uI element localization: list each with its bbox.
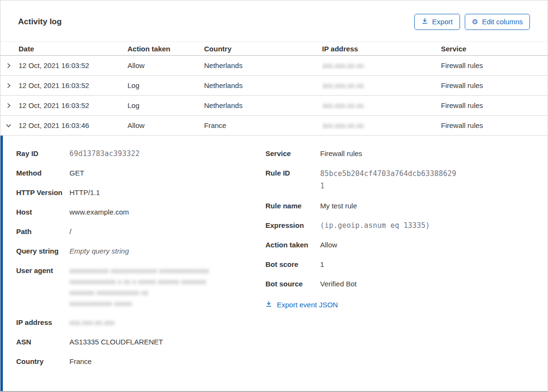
table-row-expanded[interactable]: 12 Oct, 2021 16:03:46 Allow France xxx.x… (0, 116, 548, 136)
field-country: Country France (16, 356, 265, 367)
field-path: Path / (16, 226, 265, 237)
field-label: Method (16, 167, 69, 179)
redacted-line: xxxxxxxxxxxx xxxxx (69, 298, 209, 309)
field-label: ASN (16, 336, 69, 348)
export-event-json-label: Export event JSON (277, 301, 338, 309)
cell-service: Firewall rules (441, 81, 548, 89)
topbar: Activity log Export ⚙ Edit columns (0, 0, 548, 30)
event-detail-left-column: Ray ID 69d13783ac393322 Method GET HTTP … (16, 148, 265, 375)
redacted-line: xxxxxxxxxxx xxxxxxxxxxxxx xxxxxxxxxxxxxx (69, 265, 209, 276)
field-value: (ip.geoip.asnum eq 13335) (320, 220, 430, 231)
download-icon (265, 301, 272, 309)
cell-service: Firewall rules (441, 61, 548, 69)
field-value-redacted: xxxxxxxxxxx xxxxxxxxxxxxx xxxxxxxxxxxxxx… (69, 265, 209, 309)
row-expand-chevron-right-icon[interactable] (0, 62, 19, 69)
field-rule-name: Rule name My test rule (265, 200, 548, 212)
field-label: Query string (16, 245, 69, 257)
field-user-agent: User agent xxxxxxxxxxx xxxxxxxxxxxxx xxx… (16, 265, 265, 309)
cell-country: Netherlands (204, 81, 322, 89)
column-header-country: Country (204, 45, 322, 53)
field-value: Firewall rules (320, 148, 362, 159)
export-event-json-link[interactable]: Export event JSON (265, 301, 338, 309)
cell-date: 12 Oct, 2021 16:03:52 (19, 61, 127, 69)
field-value: Verified Bot (320, 278, 357, 290)
row-collapse-chevron-down-icon[interactable] (0, 122, 19, 129)
field-value: 69d13783ac393322 (69, 148, 140, 159)
table-row[interactable]: 12 Oct, 2021 16:03:52 Log Netherlands xx… (0, 96, 548, 116)
field-label: Expression (265, 220, 320, 231)
field-ip-address: IP address xxx.xxx.xx.xxx (16, 317, 265, 328)
table-row[interactable]: 12 Oct, 2021 16:03:52 Allow Netherlands … (0, 56, 548, 76)
field-value: Empty query string (69, 245, 129, 257)
cell-date: 12 Oct, 2021 16:03:52 (19, 101, 127, 109)
field-label: Country (16, 356, 69, 367)
field-label: HTTP Version (16, 187, 69, 198)
cell-date: 12 Oct, 2021 16:03:46 (19, 121, 127, 129)
column-header-date: Date (19, 45, 127, 53)
download-icon (421, 18, 428, 26)
activity-log-panel: Activity log Export ⚙ Edit columns Date … (0, 0, 548, 392)
export-button-label: Export (432, 18, 452, 26)
column-header-action-taken: Action taken (127, 45, 204, 53)
field-label: User agent (16, 265, 69, 276)
field-label: Service (265, 148, 320, 159)
cell-country: Netherlands (204, 61, 322, 69)
field-label: Rule ID (265, 167, 320, 179)
field-host: Host www.example.com (16, 206, 265, 218)
cell-country: Netherlands (204, 101, 322, 109)
row-expand-chevron-right-icon[interactable] (0, 102, 19, 109)
field-value: AS13335 CLOUDFLARENET (69, 336, 163, 348)
cell-action-taken: Allow (127, 121, 204, 129)
page-title: Activity log (18, 17, 62, 27)
event-detail-panel: Ray ID 69d13783ac393322 Method GET HTTP … (0, 136, 548, 391)
cell-ip-address-redacted: xxx.xxx.xx.xx (322, 121, 364, 129)
export-button[interactable]: Export (414, 14, 460, 30)
field-value: France (69, 356, 92, 367)
field-label: Action taken (265, 239, 320, 251)
field-value: GET (69, 167, 84, 179)
field-expression: Expression (ip.geoip.asnum eq 13335) (265, 220, 548, 231)
field-ray-id: Ray ID 69d13783ac393322 (16, 148, 265, 159)
field-value: 85bce5b204cf4703a764dcb633886291 (320, 167, 458, 192)
cell-country: France (204, 121, 322, 129)
field-label: IP address (16, 317, 69, 328)
cell-service: Firewall rules (441, 101, 548, 109)
table-header-row: Date Action taken Country IP address Ser… (0, 41, 548, 56)
field-query-string: Query string Empty query string (16, 245, 265, 257)
field-value: Allow (320, 239, 337, 251)
redacted-line: xxxxxxxxxxxxx x xx x xxxxx xxxxxx xxxxxx… (69, 276, 209, 287)
cell-service: Firewall rules (441, 121, 548, 129)
column-header-ip-address: IP address (322, 45, 441, 53)
cell-ip-address-redacted: xxx.xxx.xx.xx (322, 61, 364, 69)
field-value: 1 (320, 259, 324, 270)
field-bot-score: Bot score 1 (265, 259, 548, 270)
column-header-service: Service (441, 45, 548, 53)
cell-ip-address-redacted: xxx.xxx.xx.xx (322, 101, 364, 109)
field-rule-id: Rule ID 85bce5b204cf4703a764dcb633886291 (265, 167, 548, 192)
edit-columns-button-label: Edit columns (482, 18, 523, 26)
activity-log-table: Date Action taken Country IP address Ser… (0, 41, 548, 136)
field-asn: ASN AS13335 CLOUDFLARENET (16, 336, 265, 348)
cell-action-taken: Log (127, 101, 204, 109)
table-row[interactable]: 12 Oct, 2021 16:03:52 Log Netherlands xx… (0, 76, 548, 96)
cell-action-taken: Allow (127, 61, 204, 69)
gear-icon: ⚙ (472, 19, 478, 26)
field-label: Path (16, 226, 69, 237)
cell-action-taken: Log (127, 81, 204, 89)
field-bot-source: Bot source Verified Bot (265, 278, 548, 290)
field-action-taken: Action taken Allow (265, 239, 548, 251)
field-value: www.example.com (69, 206, 129, 218)
cell-ip-address-redacted: xxx.xxx.xx.xx (322, 81, 364, 89)
field-value: / (69, 226, 71, 237)
field-value-redacted: xxx.xxx.xx.xxx (69, 318, 115, 326)
redacted-line: xxxxxxx xxxxxxxxxxxx xx (69, 287, 209, 298)
row-expand-chevron-right-icon[interactable] (0, 82, 19, 89)
field-value: My test rule (320, 200, 357, 212)
field-http-version: HTTP Version HTTP/1.1 (16, 187, 265, 198)
field-method: Method GET (16, 167, 265, 179)
edit-columns-button[interactable]: ⚙ Edit columns (465, 14, 530, 30)
toolbar-actions: Export ⚙ Edit columns (414, 14, 530, 30)
event-detail-right-column: Service Firewall rules Rule ID 85bce5b20… (265, 148, 548, 309)
field-service: Service Firewall rules (265, 148, 548, 159)
field-label: Bot score (265, 259, 320, 270)
